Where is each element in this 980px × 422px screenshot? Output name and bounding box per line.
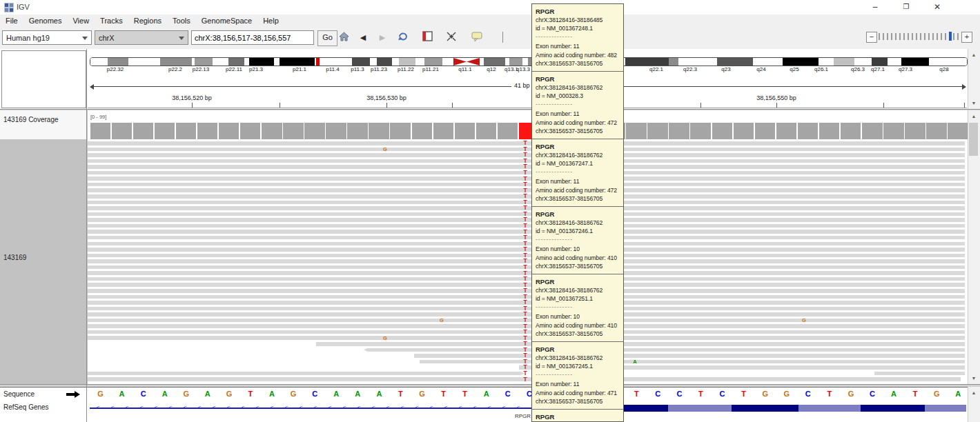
coverage-bar[interactable] — [883, 123, 904, 139]
coverage-bar[interactable] — [626, 123, 647, 139]
coverage-bar[interactable] — [155, 123, 175, 139]
exon-block[interactable] — [798, 405, 861, 412]
home-icon[interactable] — [337, 31, 351, 43]
go-button[interactable]: Go — [317, 30, 337, 46]
locus-input[interactable] — [191, 30, 314, 45]
back-icon[interactable]: ◀ — [356, 31, 370, 43]
coverage-bar[interactable] — [690, 123, 711, 139]
alignment-read[interactable] — [88, 372, 525, 376]
chromosome-select[interactable]: chrX — [95, 30, 188, 45]
scroll-up-icon[interactable]: ▲ — [968, 50, 979, 60]
alignment-read[interactable] — [316, 342, 965, 346]
fit-window-icon[interactable] — [444, 31, 458, 43]
scroll-up-icon[interactable]: ▲ — [968, 388, 979, 398]
coverage-bar[interactable] — [219, 123, 239, 139]
forward-icon[interactable]: ▶ — [375, 31, 389, 43]
sidebar-divider[interactable] — [86, 49, 87, 422]
menu-item-regions[interactable]: Regions — [128, 14, 167, 28]
zoom-tick[interactable] — [937, 33, 938, 40]
menu-item-tracks[interactable]: Tracks — [95, 14, 128, 28]
zoom-tick[interactable] — [899, 33, 901, 40]
exon-block[interactable] — [861, 405, 925, 412]
exon-block[interactable] — [668, 405, 732, 412]
coverage-bar[interactable] — [390, 123, 411, 139]
refresh-icon[interactable] — [396, 31, 410, 43]
zoom-tick[interactable] — [887, 33, 888, 40]
coverage-bar[interactable] — [90, 123, 111, 139]
zoom-tick[interactable] — [903, 33, 905, 40]
scrollbar-thumb[interactable] — [969, 123, 978, 156]
coverage-bar[interactable] — [862, 123, 883, 139]
coverage-bar[interactable] — [283, 123, 304, 139]
zoom-tick[interactable] — [953, 33, 954, 40]
alignment-read[interactable] — [414, 354, 965, 358]
maximize-button[interactable]: ❐ — [891, 0, 921, 14]
sequence-track-label[interactable]: Sequence — [3, 390, 35, 398]
coverage-bar[interactable] — [240, 123, 261, 139]
exon-block[interactable] — [732, 405, 798, 412]
refseq-track-label[interactable]: RefSeq Genes — [3, 403, 49, 411]
zoom-tick[interactable] — [920, 33, 921, 40]
zoom-tick[interactable] — [932, 33, 934, 40]
coverage-bar[interactable] — [647, 123, 668, 139]
scroll-down-icon[interactable]: ▼ — [968, 373, 979, 383]
coverage-bar[interactable] — [819, 123, 840, 139]
coverage-bar[interactable] — [841, 123, 861, 139]
coverage-bar[interactable] — [476, 123, 497, 139]
coverage-bar[interactable] — [412, 123, 433, 139]
zoom-tick[interactable] — [916, 33, 917, 40]
exon-block[interactable] — [925, 405, 966, 412]
coverage-bar[interactable] — [712, 123, 733, 139]
zoom-tick[interactable] — [883, 33, 884, 40]
coverage-bar[interactable] — [798, 123, 819, 139]
scroll-down-icon[interactable]: ▼ — [968, 98, 979, 108]
coverage-bar[interactable] — [197, 123, 218, 139]
coverage-bar[interactable] — [455, 123, 476, 139]
strand-arrow-icon[interactable] — [66, 391, 80, 398]
chromosome-ideogram[interactable] — [90, 57, 968, 66]
menu-item-help[interactable]: Help — [257, 14, 284, 28]
zoom-out-button[interactable]: − — [866, 32, 877, 43]
scroll-up-icon[interactable]: ▲ — [968, 111, 979, 121]
zoom-in-button[interactable]: + — [961, 32, 972, 43]
zoom-level-marker[interactable] — [949, 32, 952, 41]
coverage-bar[interactable] — [905, 123, 925, 139]
genome-select[interactable]: Human hg19 — [2, 30, 92, 45]
coverage-bar[interactable] — [433, 123, 454, 139]
zoom-tick[interactable] — [945, 33, 946, 40]
coverage-bar[interactable] — [326, 123, 346, 139]
coverage-bar[interactable] — [755, 123, 776, 139]
coverage-bar[interactable] — [262, 123, 282, 139]
alignment-read[interactable] — [364, 348, 965, 352]
zoom-tick[interactable] — [879, 33, 880, 40]
alignment-read[interactable] — [420, 360, 965, 364]
coverage-bar[interactable] — [304, 123, 325, 139]
close-button[interactable]: ✕ — [922, 0, 952, 14]
zoom-tick[interactable] — [895, 33, 896, 40]
zoom-tick[interactable] — [928, 33, 930, 40]
alignment-read[interactable] — [874, 372, 965, 376]
zoom-tick[interactable] — [957, 33, 959, 40]
refseq-gene-line[interactable] — [90, 408, 588, 409]
menu-item-genomes[interactable]: Genomes — [23, 14, 68, 28]
coverage-bar[interactable] — [926, 123, 947, 139]
zoom-tick[interactable] — [908, 33, 909, 40]
menu-item-view[interactable]: View — [67, 14, 95, 28]
zoom-tick[interactable] — [924, 33, 925, 40]
coverage-bar[interactable] — [112, 123, 133, 139]
coverage-bar[interactable] — [948, 123, 968, 139]
coverage-bar[interactable] — [176, 123, 197, 139]
minimize-button[interactable]: – — [860, 0, 890, 14]
menu-item-tools[interactable]: Tools — [167, 14, 196, 28]
popup-text-icon[interactable] — [471, 31, 484, 43]
zoom-tick[interactable] — [941, 33, 942, 40]
zoom-tick[interactable] — [891, 33, 892, 40]
zoom-tick[interactable] — [912, 33, 913, 40]
alignment-track-label[interactable]: 143169 — [3, 254, 26, 261]
menu-item-genomespace[interactable]: GenomeSpace — [196, 14, 257, 28]
coverage-bar[interactable] — [347, 123, 368, 139]
zoom-slider[interactable] — [879, 32, 960, 41]
coverage-bar[interactable] — [133, 123, 154, 139]
coverage-bar[interactable] — [734, 123, 754, 139]
coverage-bar[interactable] — [369, 123, 389, 139]
